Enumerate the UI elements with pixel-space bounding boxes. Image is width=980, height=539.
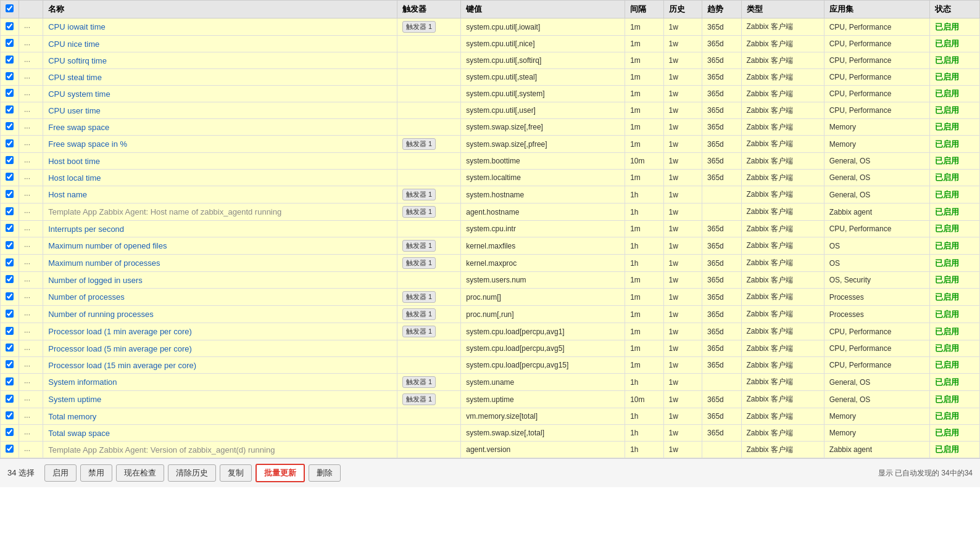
row-checkbox[interactable] [6,241,14,249]
row-checkbox[interactable] [6,395,14,403]
row-checkbox[interactable] [6,428,14,436]
drag-handle-icon[interactable]: ··· [24,140,30,149]
status-badge[interactable]: 已启用 [935,22,959,31]
status-badge[interactable]: 已启用 [935,173,959,182]
disable-button[interactable]: 禁用 [80,464,112,482]
drag-handle-icon[interactable]: ··· [24,174,30,183]
item-name-link[interactable]: Total memory [48,412,96,421]
row-checkbox[interactable] [6,105,14,113]
drag-handle-icon[interactable]: ··· [24,276,30,285]
drag-handle-icon[interactable]: ··· [24,361,30,370]
item-name-link[interactable]: Interrupts per second [48,224,124,234]
status-badge[interactable]: 已启用 [935,207,959,216]
status-badge[interactable]: 已启用 [935,258,959,268]
row-checkbox[interactable] [6,39,14,47]
item-name-link[interactable]: Processor load (1 min average per core) [48,327,192,336]
trigger-badge[interactable]: 触发器 1 [402,240,436,252]
drag-handle-icon[interactable]: ··· [24,57,30,65]
copy-button[interactable]: 复制 [220,464,252,482]
enable-button[interactable]: 启用 [44,464,77,482]
item-name-link[interactable]: CPU iowait time [48,22,105,31]
drag-handle-icon[interactable]: ··· [24,345,30,353]
item-name-link[interactable]: Host name of zabbix_agentd running [151,207,281,216]
trigger-badge[interactable]: 触发器 1 [402,326,436,337]
row-checkbox[interactable] [6,156,14,164]
trigger-badge[interactable]: 触发器 1 [402,206,436,218]
row-checkbox[interactable] [6,173,14,181]
status-badge[interactable]: 已启用 [935,224,959,233]
item-name-link[interactable]: Maximum number of processes [48,258,160,268]
status-badge[interactable]: 已启用 [935,344,959,353]
trigger-badge[interactable]: 触发器 1 [402,189,436,200]
drag-handle-icon[interactable]: ··· [24,429,30,438]
status-badge[interactable]: 已启用 [935,89,959,98]
item-name-link[interactable]: CPU nice time [48,39,99,49]
status-badge[interactable]: 已启用 [935,327,959,336]
row-checkbox[interactable] [6,377,14,385]
row-checkbox[interactable] [6,445,14,453]
drag-handle-icon[interactable]: ··· [24,73,30,82]
status-badge[interactable]: 已启用 [935,275,959,284]
status-badge[interactable]: 已启用 [935,56,959,65]
check-now-button[interactable]: 现在检查 [116,464,164,482]
select-all-checkbox[interactable] [6,4,14,12]
item-name-link[interactable]: Processor load (5 min average per core) [48,344,192,353]
row-checkbox[interactable] [6,190,14,198]
row-checkbox[interactable] [6,275,14,283]
status-badge[interactable]: 已启用 [935,122,959,131]
item-name-link[interactable]: System information [48,377,117,387]
drag-handle-icon[interactable]: ··· [24,395,30,404]
drag-handle-icon[interactable]: ··· [24,23,30,31]
clear-history-button[interactable]: 清除历史 [168,464,216,482]
item-name-link[interactable]: Host boot time [48,157,100,166]
status-badge[interactable]: 已启用 [935,241,959,250]
item-name-link[interactable]: Host local time [48,173,101,183]
trigger-badge[interactable]: 触发器 1 [402,376,436,388]
item-name-link[interactable]: Version of zabbix_agent(d) running [151,445,275,455]
row-checkbox[interactable] [6,310,14,318]
drag-handle-icon[interactable]: ··· [24,191,30,199]
status-badge[interactable]: 已启用 [935,72,959,81]
item-name-link[interactable]: CPU system time [48,89,110,99]
drag-handle-icon[interactable]: ··· [24,208,30,216]
item-name-link[interactable]: Total swap space [48,429,110,438]
status-badge[interactable]: 已启用 [935,428,959,437]
row-checkbox[interactable] [6,224,14,232]
drag-handle-icon[interactable]: ··· [24,259,30,268]
status-badge[interactable]: 已启用 [935,377,959,387]
status-badge[interactable]: 已启用 [935,292,959,302]
delete-button[interactable]: 删除 [309,464,341,482]
trigger-badge[interactable]: 触发器 1 [402,21,436,33]
drag-handle-icon[interactable]: ··· [24,107,30,115]
drag-handle-icon[interactable]: ··· [24,242,30,250]
drag-handle-icon[interactable]: ··· [24,327,30,336]
item-name-link[interactable]: Host name [48,190,87,199]
trigger-badge[interactable]: 触发器 1 [402,257,436,269]
trigger-badge[interactable]: 触发器 1 [402,308,436,320]
row-checkbox[interactable] [6,258,14,266]
item-name-link[interactable]: Processor load (15 min average per core) [48,361,196,370]
status-badge[interactable]: 已启用 [935,310,959,319]
status-badge[interactable]: 已启用 [935,445,959,454]
drag-handle-icon[interactable]: ··· [24,123,30,132]
drag-handle-icon[interactable]: ··· [24,310,30,319]
status-badge[interactable]: 已启用 [935,395,959,404]
item-name-link[interactable]: Free swap space in % [48,139,127,149]
item-name-link[interactable]: Free swap space [48,123,109,132]
trigger-badge[interactable]: 触发器 1 [402,291,436,303]
status-badge[interactable]: 已启用 [935,190,959,199]
status-badge[interactable]: 已启用 [935,411,959,421]
row-checkbox[interactable] [6,22,14,30]
status-badge[interactable]: 已启用 [935,39,959,48]
row-checkbox[interactable] [6,122,14,130]
drag-handle-icon[interactable]: ··· [24,90,30,99]
drag-handle-icon[interactable]: ··· [24,413,30,421]
drag-handle-icon[interactable]: ··· [24,293,30,302]
mass-update-button[interactable]: 批量更新 [255,464,305,482]
item-name-link[interactable]: System uptime [48,395,101,404]
drag-handle-icon[interactable]: ··· [24,157,30,166]
row-checkbox[interactable] [6,89,14,97]
drag-handle-icon[interactable]: ··· [24,225,30,234]
status-badge[interactable]: 已启用 [935,139,959,149]
row-checkbox[interactable] [6,72,14,80]
